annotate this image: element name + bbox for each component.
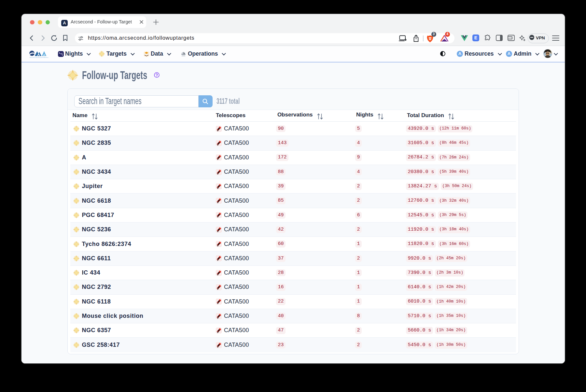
svg-text:Observatorio mancomunado de As: Observatorio mancomunado de Astrofísica [29, 57, 49, 58]
